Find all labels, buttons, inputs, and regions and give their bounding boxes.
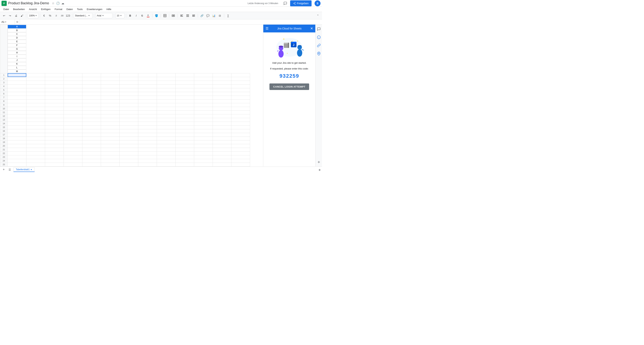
cell-M2[interactable] — [231, 77, 250, 81]
cell-L6[interactable] — [212, 92, 231, 96]
cell-D13[interactable] — [64, 118, 82, 122]
cell-B17[interactable] — [26, 133, 45, 136]
cell-M6[interactable] — [231, 92, 250, 96]
row-number[interactable]: 6 — [0, 92, 8, 96]
cell-L7[interactable] — [212, 96, 231, 99]
cell-H13[interactable] — [138, 118, 157, 122]
cell-J17[interactable] — [175, 133, 194, 136]
cell-K7[interactable] — [194, 96, 212, 99]
cell-G19[interactable] — [120, 140, 138, 144]
cell-G7[interactable] — [120, 96, 138, 99]
col-header-L[interactable]: L — [8, 66, 26, 70]
cell-H14[interactable] — [138, 122, 157, 125]
cell-G15[interactable] — [120, 125, 138, 129]
cell-M7[interactable] — [231, 96, 250, 99]
cell-D23[interactable] — [64, 155, 82, 159]
cell-D24[interactable] — [64, 159, 82, 163]
cell-L19[interactable] — [212, 140, 231, 144]
cell-F2[interactable] — [101, 77, 120, 81]
cell-B25[interactable] — [26, 163, 45, 166]
row-number[interactable]: 24 — [0, 159, 8, 163]
cell-L20[interactable] — [212, 144, 231, 148]
cell-G16[interactable] — [120, 129, 138, 133]
cell-I6[interactable] — [157, 92, 175, 96]
cell-D9[interactable] — [64, 103, 82, 107]
cell-C12[interactable] — [45, 114, 64, 118]
cell-K2[interactable] — [194, 77, 212, 81]
cell-F4[interactable] — [101, 84, 120, 88]
cell-E1[interactable] — [82, 73, 101, 77]
col-header-D[interactable]: D — [8, 36, 26, 40]
cell-C23[interactable] — [45, 155, 64, 159]
row-number[interactable]: 8 — [0, 99, 8, 103]
cell-A26[interactable] — [8, 166, 26, 166]
redo-button[interactable]: ↪ — [8, 13, 13, 18]
cell-G14[interactable] — [120, 122, 138, 125]
cell-C22[interactable] — [45, 152, 64, 155]
undo-button[interactable]: ↩ — [2, 13, 7, 18]
cell-F23[interactable] — [101, 155, 120, 159]
row-number[interactable]: 13 — [0, 118, 8, 122]
cell-D20[interactable] — [64, 144, 82, 148]
cell-F26[interactable] — [101, 166, 120, 166]
sheet-tab-1[interactable]: Tabellenblatt1 ▼ — [14, 167, 35, 172]
cell-A3[interactable] — [8, 81, 26, 84]
row-number[interactable]: 23 — [0, 155, 8, 159]
cell-B16[interactable] — [26, 129, 45, 133]
cell-A19[interactable] — [8, 140, 26, 144]
cell-E23[interactable] — [82, 155, 101, 159]
cell-A21[interactable] — [8, 148, 26, 152]
cell-F13[interactable] — [101, 118, 120, 122]
cell-F12[interactable] — [101, 114, 120, 118]
bold-button[interactable]: B — [128, 13, 133, 18]
cell-M15[interactable] — [231, 125, 250, 129]
cell-A23[interactable] — [8, 155, 26, 159]
cell-G24[interactable] — [120, 159, 138, 163]
cell-J9[interactable] — [175, 103, 194, 107]
star-icon[interactable]: ☆ — [51, 2, 55, 5]
cell-A8[interactable] — [8, 99, 26, 103]
cell-M20[interactable] — [231, 144, 250, 148]
cell-A5[interactable] — [8, 88, 26, 92]
cell-J20[interactable] — [175, 144, 194, 148]
cell-J5[interactable] — [175, 88, 194, 92]
cell-M16[interactable] — [231, 129, 250, 133]
cell-F15[interactable] — [101, 125, 120, 129]
cell-B4[interactable] — [26, 84, 45, 88]
cell-E6[interactable] — [82, 92, 101, 96]
expand-button[interactable]: ⬗ — [318, 168, 320, 171]
row-number[interactable]: 18 — [0, 136, 8, 140]
cell-I23[interactable] — [157, 155, 175, 159]
col-header-C[interactable]: C — [8, 32, 26, 36]
functions-button[interactable]: ∑ — [226, 13, 231, 18]
share-button[interactable]: Freigeben — [290, 0, 312, 6]
cell-D7[interactable] — [64, 96, 82, 99]
decimal-increase-button[interactable]: .00 — [60, 13, 65, 18]
row-number[interactable]: 20 — [0, 144, 8, 148]
cell-I13[interactable] — [157, 118, 175, 122]
col-header-G[interactable]: G — [8, 47, 26, 51]
cell-J19[interactable] — [175, 140, 194, 144]
cell-L10[interactable] — [212, 107, 231, 110]
cell-F8[interactable] — [101, 99, 120, 103]
italic-button[interactable]: I — [134, 13, 139, 18]
cell-L24[interactable] — [212, 159, 231, 163]
cell-J15[interactable] — [175, 125, 194, 129]
cell-F14[interactable] — [101, 122, 120, 125]
col-header-M[interactable]: M — [8, 70, 26, 73]
cell-M3[interactable] — [231, 81, 250, 84]
cell-M25[interactable] — [231, 163, 250, 166]
percent-button[interactable]: % — [48, 13, 53, 18]
cell-J6[interactable] — [175, 92, 194, 96]
cell-K12[interactable] — [194, 114, 212, 118]
cell-G18[interactable] — [120, 136, 138, 140]
sheets-menu-button[interactable]: ☰ — [8, 168, 12, 172]
cell-E20[interactable] — [82, 144, 101, 148]
cell-D17[interactable] — [64, 133, 82, 136]
cell-G5[interactable] — [120, 88, 138, 92]
cell-M19[interactable] — [231, 140, 250, 144]
number-style-dropdown[interactable]: Standard (... ▼ — [74, 13, 92, 18]
cell-A9[interactable] — [8, 103, 26, 107]
cell-K23[interactable] — [194, 155, 212, 159]
cell-E19[interactable] — [82, 140, 101, 144]
